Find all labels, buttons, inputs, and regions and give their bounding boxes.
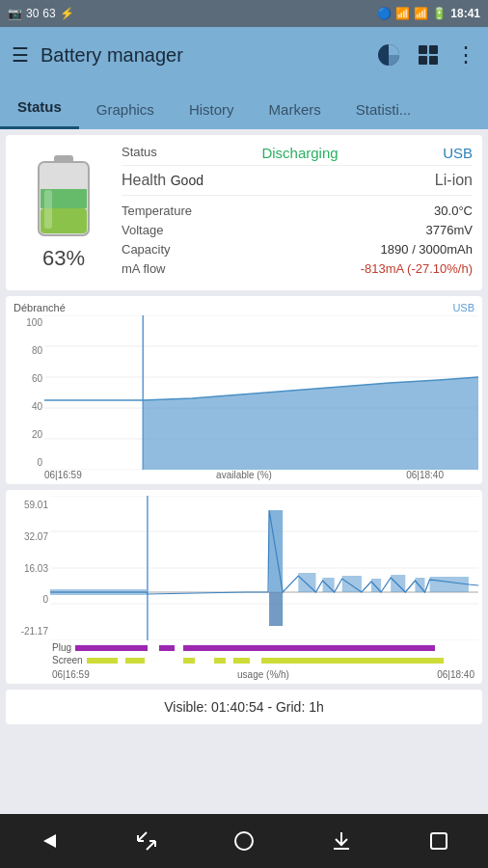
svg-point-42 [235,832,253,850]
tab-graphics[interactable]: Graphics [79,90,172,129]
status-num1: 30 [26,7,39,20]
status-num2: 63 [42,7,55,20]
liion-value: Li-ion [435,172,473,189]
square-button[interactable] [418,820,460,862]
chart2-x-left: 06|16:59 [52,669,90,680]
bluetooth-icon: 🔵 [377,7,392,20]
chart2-y-labels: 59.01 32.07 16.03 0 -21.17 [10,496,50,640]
battery-status-card: 63% Status Discharging USB Health Good L… [6,135,482,290]
screen-bar [87,658,474,664]
health-value: Good [171,173,203,188]
collapse-button[interactable] [125,820,168,862]
battery-percent: 63% [42,246,85,271]
chart1-svg [44,315,478,470]
tab-bar: Status Graphics History Markers Statisti… [0,83,488,129]
clock: 18:41 [450,7,480,20]
svg-rect-45 [431,833,447,849]
chart1-card: Débranché USB 100 80 60 40 20 0 [6,296,482,484]
health-left: Health Good [122,172,203,189]
visible-text: Visible: 01:40:54 - Grid: 1h [164,699,324,715]
chart1-x-right: 06|18:40 [406,470,444,480]
capacity-label: Capacity [122,242,171,257]
chart1-x-label: available (%) [216,470,272,480]
svg-rect-2 [429,45,438,54]
usb-icon: ⚡ [60,7,74,20]
discharging-value: Discharging [261,145,338,161]
ma-flow-label: mA flow [122,261,166,276]
voltage-row: Voltage 3776mV [122,223,473,237]
usb-value: USB [443,145,473,161]
voltage-label: Voltage [122,223,163,237]
ma-flow-row: mA flow -813mA (-27.10%/h) [122,261,473,276]
bottom-nav [0,814,488,868]
status-row: Status Discharging USB [122,145,473,166]
svg-rect-4 [429,56,438,65]
plug-label: Plug [52,642,71,653]
chart2-svg [50,496,478,640]
pie-chart-icon[interactable] [376,42,401,68]
app-title: Battery manager [41,44,365,67]
plug-bar [75,645,474,651]
temperature-label: Temperature [122,203,192,218]
chart1-title-left: Débranché [14,302,66,313]
chart1-x-labels: 06|16:59 available (%) 06|18:40 [10,470,478,482]
camera-icon: 📷 [8,7,22,20]
status-bar: 📷 30 63 ⚡ 🔵 📶 📶 🔋 18:41 [0,0,488,27]
svg-rect-34 [269,592,283,626]
back-button[interactable] [28,820,70,862]
health-label: Health [122,172,166,188]
plug-screen-legend: Plug [10,640,478,653]
wifi-icon: 📶 [395,7,410,20]
tab-status[interactable]: Status [0,87,79,129]
screen-legend: Screen [10,653,478,667]
temperature-value: 30.0°C [434,203,473,218]
top-bar: ☰ Battery manager ⋮ [0,27,488,83]
temperature-row: Temperature 30.0°C [122,203,473,218]
battery-icon: 🔋 [432,7,447,20]
capacity-row: Capacity 1890 / 3000mAh [122,242,473,257]
status-info: Status Discharging USB Health Good Li-io… [122,145,473,281]
svg-rect-9 [44,190,52,229]
chart1-x-left: 06|16:59 [44,470,82,480]
signal-icon: 📶 [414,7,428,20]
plug-bar-purple [75,645,148,651]
health-row: Health Good Li-ion [122,172,473,196]
svg-line-36 [138,832,147,841]
tab-statistics[interactable]: Statisti... [339,90,429,129]
visible-bar: Visible: 01:40:54 - Grid: 1h [6,690,482,724]
capacity-value: 1890 / 3000mAh [381,242,473,257]
grid-icon[interactable] [417,43,440,67]
battery-visual: 63% [15,155,112,271]
svg-rect-3 [419,56,427,65]
more-options-icon[interactable]: ⋮ [455,42,476,68]
chart2-x-right: 06|18:40 [437,669,474,680]
svg-marker-17 [44,377,478,470]
svg-rect-1 [419,45,427,54]
status-label: Status [122,145,157,161]
battery-svg [35,155,93,242]
chart2-card: 59.01 32.07 16.03 0 -21.17 [6,490,482,684]
tab-markers[interactable]: Markers [252,90,339,129]
voltage-value: 3776mV [426,223,473,237]
chart1-y-labels: 100 80 60 40 20 0 [10,315,44,470]
status-bar-right: 🔵 📶 📶 🔋 18:41 [377,7,480,20]
chart2-x-label: usage (%/h) [237,669,289,680]
download-button[interactable] [320,820,363,862]
status-bar-left: 📷 30 63 ⚡ [8,7,74,20]
chart1-title-right: USB [452,302,474,313]
content-area: 63% Status Discharging USB Health Good L… [0,129,488,814]
hamburger-icon[interactable]: ☰ [12,43,29,67]
chart2-x-labels: 06|16:59 usage (%/h) 06|18:40 [10,667,478,682]
top-bar-icons: ⋮ [376,42,476,68]
svg-marker-35 [43,834,56,848]
svg-line-39 [147,841,155,850]
screen-label: Screen [52,655,83,665]
home-button[interactable] [223,820,265,862]
tab-history[interactable]: History [172,90,252,129]
ma-flow-value: -813mA (-27.10%/h) [361,261,473,276]
svg-rect-33 [430,577,469,592]
chart1-title-bar: Débranché USB [10,302,478,313]
